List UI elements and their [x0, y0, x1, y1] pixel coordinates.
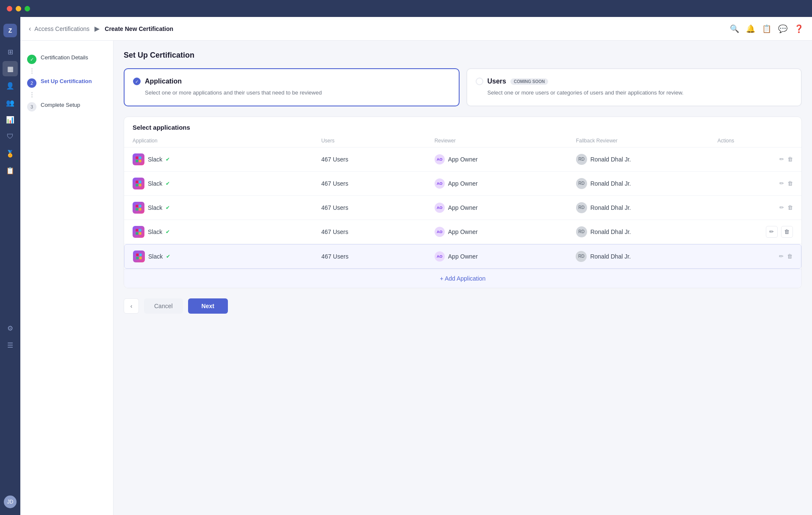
- sidebar-item-shield[interactable]: 🛡: [3, 129, 18, 144]
- sidebar-item-grid[interactable]: ⊞: [3, 44, 18, 59]
- sidebar-item-users[interactable]: 👥: [3, 95, 18, 110]
- svg-rect-11: [139, 208, 141, 210]
- add-application-button[interactable]: + Add Application: [124, 269, 801, 288]
- svg-rect-4: [136, 181, 138, 183]
- delete-icon-4[interactable]: 🗑: [787, 253, 793, 259]
- help-icon[interactable]: ❓: [794, 24, 804, 33]
- fallback-cell-3: RD Ronald Dhal Jr.: [576, 226, 718, 237]
- clipboard-icon[interactable]: 📋: [762, 24, 771, 33]
- search-icon[interactable]: 🔍: [730, 24, 739, 33]
- option-card-users[interactable]: Users COMING SOON Select one or more use…: [466, 68, 802, 106]
- reviewer-cell-3: AO App Owner: [435, 227, 576, 237]
- step-connector-2: [31, 91, 106, 98]
- edit-icon-4[interactable]: ✏: [779, 253, 784, 259]
- back-button-footer[interactable]: ‹: [124, 298, 139, 314]
- avatar[interactable]: JD: [4, 496, 17, 508]
- footer-actions: ‹ Cancel Next: [124, 288, 802, 317]
- header-users: Users: [321, 138, 434, 144]
- actions-cell-1: ✏ 🗑: [718, 180, 793, 187]
- sidebar-item-settings[interactable]: ⚙: [3, 321, 18, 336]
- edit-icon-0[interactable]: ✏: [779, 156, 784, 162]
- fallback-name-2: Ronald Dhal Jr.: [590, 204, 631, 211]
- step-2-label: Set Up Certification: [41, 78, 92, 84]
- slack-icon-3: [133, 226, 144, 238]
- users-cell-3: 467 Users: [321, 228, 434, 235]
- svg-rect-15: [139, 232, 141, 234]
- check-badge-0: ✔: [166, 156, 170, 162]
- fallback-avatar-1: RD: [576, 178, 587, 189]
- reviewer-name-4: App Owner: [448, 253, 478, 260]
- check-badge-2: ✔: [166, 205, 170, 211]
- radio-users[interactable]: [476, 78, 483, 85]
- next-button[interactable]: Next: [188, 298, 228, 314]
- fallback-cell-0: RD Ronald Dhal Jr.: [576, 154, 718, 165]
- sidebar-item-menu[interactable]: ☰: [3, 338, 18, 353]
- breadcrumb[interactable]: Access Certifications: [34, 25, 89, 32]
- app-cell-2: Slack ✔: [133, 202, 321, 214]
- sidebar-item-chart[interactable]: 📊: [3, 112, 18, 127]
- delete-button-3[interactable]: 🗑: [781, 226, 793, 238]
- fallback-cell-4: RD Ronald Dhal Jr.: [576, 251, 717, 262]
- back-button[interactable]: ‹: [29, 25, 31, 33]
- table-row: Slack ✔ 467 Users AO App Owner RD Ronald…: [124, 172, 801, 196]
- app-name-2: Slack: [148, 204, 162, 211]
- step-3-number: 3: [27, 102, 36, 111]
- svg-rect-0: [136, 156, 138, 159]
- svg-rect-5: [139, 181, 141, 183]
- fallback-avatar-3: RD: [576, 226, 587, 237]
- step-3: 3 Complete Setup: [27, 98, 106, 115]
- bell-icon[interactable]: 🔔: [746, 24, 755, 33]
- check-badge-1: ✔: [166, 181, 170, 187]
- users-cell-4: 467 Users: [321, 253, 435, 260]
- delete-icon-2[interactable]: 🗑: [787, 204, 793, 211]
- header-reviewer: Reviewer: [435, 138, 576, 144]
- cancel-button[interactable]: Cancel: [144, 298, 183, 314]
- sidebar: Z ⊞ ▦ 👤 👥 📊 🛡 🏅 📋 ⚙ ☰ JD: [0, 0, 20, 515]
- header-fallback: Fallback Reviewer: [576, 138, 718, 144]
- option-users-title: Users: [488, 78, 506, 85]
- fallback-avatar-4: RD: [576, 251, 587, 262]
- close-dot[interactable]: [7, 6, 12, 11]
- sidebar-item-calendar[interactable]: ▦: [3, 61, 18, 76]
- reviewer-cell-2: AO App Owner: [435, 203, 576, 213]
- logo[interactable]: Z: [3, 24, 17, 37]
- step-connector-1: [31, 67, 106, 75]
- delete-icon-0[interactable]: 🗑: [787, 156, 793, 162]
- sidebar-item-person[interactable]: 👤: [3, 78, 18, 93]
- step-2: 2 Set Up Certification: [27, 75, 106, 91]
- svg-rect-19: [139, 256, 142, 259]
- page-title: Create New Certification: [105, 25, 173, 32]
- edit-button-3[interactable]: ✏: [766, 226, 778, 238]
- content-area: Set Up Certification Application Select …: [114, 41, 812, 515]
- svg-rect-6: [136, 184, 138, 186]
- fallback-name-3: Ronald Dhal Jr.: [590, 228, 631, 235]
- edit-icon-1[interactable]: ✏: [779, 180, 784, 187]
- minimize-dot[interactable]: [16, 6, 21, 11]
- users-cell-1: 467 Users: [321, 180, 434, 187]
- users-cell-0: 467 Users: [321, 156, 434, 163]
- svg-rect-1: [139, 156, 141, 159]
- step-2-number: 2: [27, 78, 36, 88]
- message-icon[interactable]: 💬: [778, 24, 787, 33]
- option-card-application[interactable]: Application Select one or more applicati…: [124, 68, 460, 106]
- radio-application[interactable]: [133, 78, 141, 85]
- app-name-0: Slack: [148, 156, 162, 163]
- section-title: Set Up Certification: [124, 51, 802, 60]
- topnav-actions: 🔍 🔔 📋 💬 ❓: [730, 24, 804, 33]
- table-row: Slack ✔ 467 Users AO App Owner RD Ronald…: [124, 220, 801, 244]
- reviewer-name-2: App Owner: [448, 204, 478, 211]
- reviewer-name-0: App Owner: [448, 156, 478, 163]
- slack-icon-1: [133, 178, 144, 189]
- svg-rect-18: [136, 256, 139, 259]
- delete-icon-1[interactable]: 🗑: [787, 180, 793, 187]
- svg-rect-3: [139, 159, 141, 162]
- maximize-dot[interactable]: [25, 6, 30, 11]
- apps-table-section: Select applications Application Users Re…: [124, 117, 802, 288]
- table-row-highlighted: Slack ✔ 467 Users AO App Owner RD Ronald…: [124, 244, 801, 269]
- edit-icon-2[interactable]: ✏: [779, 204, 784, 211]
- sidebar-item-award[interactable]: 🏅: [3, 146, 18, 161]
- reviewer-avatar-0: AO: [435, 154, 445, 164]
- svg-rect-9: [139, 205, 141, 207]
- reviewer-cell-0: AO App Owner: [435, 154, 576, 164]
- sidebar-item-doc[interactable]: 📋: [3, 163, 18, 178]
